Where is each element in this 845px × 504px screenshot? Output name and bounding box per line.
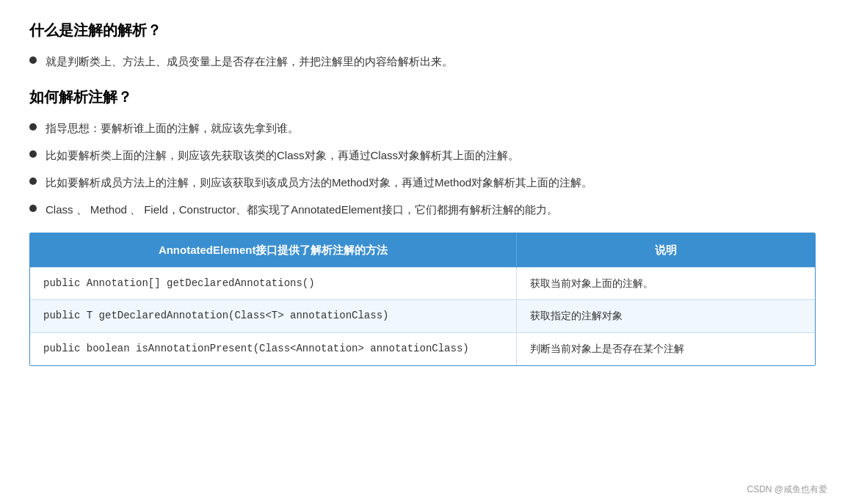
bullet-text: 指导思想：要解析谁上面的注解，就应该先拿到谁。 [46,118,816,138]
table-cell-method: public T getDeclaredAnnotation(Class<T> … [30,300,517,333]
list-item: 指导思想：要解析谁上面的注解，就应该先拿到谁。 [29,118,816,138]
table-col-desc-header: 说明 [517,233,815,267]
table-cell-desc: 判断当前对象上是否存在某个注解 [517,333,815,365]
section1-title: 什么是注解的解析？ [29,18,816,43]
footer-note: CSDN @咸鱼也有爱 [747,482,827,497]
table-body: public Annotation[] getDeclaredAnnotatio… [30,267,815,365]
methods-table: AnnotatedElement接口提供了解析注解的方法 说明 public A… [30,233,815,365]
table-cell-method: public Annotation[] getDeclaredAnnotatio… [30,267,517,300]
list-item: Class 、 Method 、 Field，Constructor、都实现了A… [29,200,816,219]
section1-bullets: 就是判断类上、方法上、成员变量上是否存在注解，并把注解里的内容给解析出来。 [29,51,816,71]
table-row: public T getDeclaredAnnotation(Class<T> … [30,300,815,333]
annotated-element-table: AnnotatedElement接口提供了解析注解的方法 说明 public A… [29,233,816,366]
bullet-icon [29,150,37,158]
bullet-icon [29,123,37,131]
bullet-text: 比如要解析类上面的注解，则应该先获取该类的Class对象，再通过Class对象解… [46,145,816,165]
bullet-text: 就是判断类上、方法上、成员变量上是否存在注解，并把注解里的内容给解析出来。 [46,51,816,71]
list-item: 就是判断类上、方法上、成员变量上是否存在注解，并把注解里的内容给解析出来。 [29,51,816,71]
table-col-method-header: AnnotatedElement接口提供了解析注解的方法 [30,233,517,267]
table-cell-desc: 获取指定的注解对象 [517,300,815,333]
list-item: 比如要解析成员方法上的注解，则应该获取到该成员方法的Method对象，再通过Me… [29,172,816,192]
bullet-text: Class 、 Method 、 Field，Constructor、都实现了A… [46,200,816,219]
table-row: public Annotation[] getDeclaredAnnotatio… [30,267,815,300]
section2-bullets: 指导思想：要解析谁上面的注解，就应该先拿到谁。 比如要解析类上面的注解，则应该先… [29,118,816,219]
table-row: public boolean isAnnotationPresent(Class… [30,333,815,365]
bullet-icon [29,178,37,185]
table-cell-method: public boolean isAnnotationPresent(Class… [30,333,517,365]
bullet-icon [29,56,37,64]
section2: 如何解析注解？ 指导思想：要解析谁上面的注解，就应该先拿到谁。 比如要解析类上面… [29,84,816,219]
table-header-row: AnnotatedElement接口提供了解析注解的方法 说明 [30,233,815,267]
section2-title: 如何解析注解？ [29,84,816,109]
bullet-icon [29,205,37,212]
table-cell-desc: 获取当前对象上面的注解。 [517,267,815,300]
list-item: 比如要解析类上面的注解，则应该先获取该类的Class对象，再通过Class对象解… [29,145,816,165]
bullet-text: 比如要解析成员方法上的注解，则应该获取到该成员方法的Method对象，再通过Me… [46,172,816,192]
section1: 什么是注解的解析？ 就是判断类上、方法上、成员变量上是否存在注解，并把注解里的内… [29,18,816,71]
